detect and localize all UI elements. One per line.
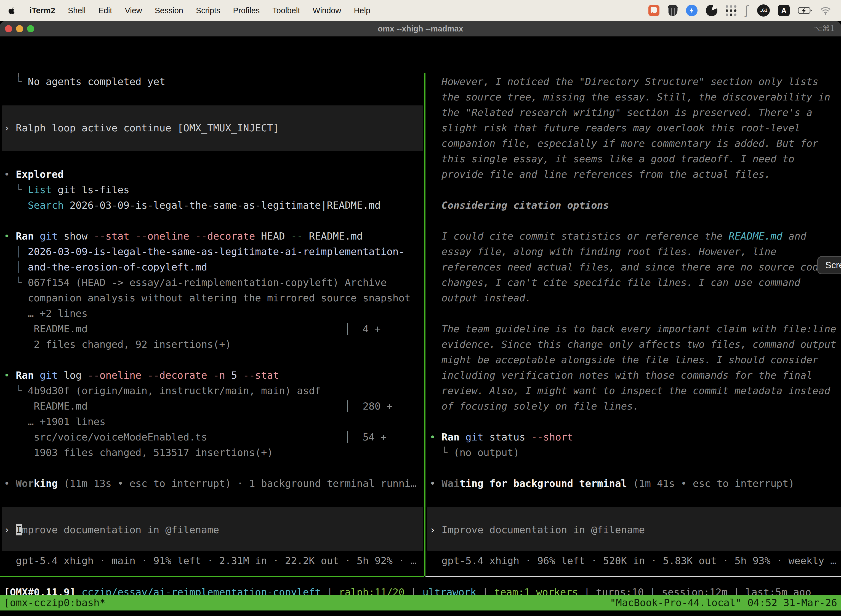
terminal-text-segment: review. Also, I might want to inspect th… <box>429 385 830 396</box>
terminal-text-segment: List <box>28 184 52 195</box>
terminal-line: slight risk that future readers may over… <box>429 120 800 136</box>
terminal-text-segment: • <box>4 230 16 242</box>
terminal-text-segment: › <box>4 122 16 133</box>
wifi-icon[interactable] <box>820 6 831 15</box>
terminal-text-segment: 2 files changed, 92 insertions(+) <box>4 339 231 350</box>
menu-item-window[interactable]: Window <box>313 6 341 15</box>
terminal-line: the "Related research writing" section i… <box>429 105 812 120</box>
menu-item-scripts[interactable]: Scripts <box>196 6 220 15</box>
terminal-line: └ 4b9d30f (origin/main, instructkr/main,… <box>4 383 321 399</box>
terminal-line: • Waiting for background terminal (1m 41… <box>429 476 794 491</box>
chat-icon[interactable] <box>648 5 659 16</box>
terminal-text-segment: 2026-03-09-is-legal-the-same-as-legitima… <box>64 199 381 211</box>
pane-divider[interactable] <box>424 73 425 576</box>
terminal-line: evidence. Since this change only affects… <box>429 337 836 352</box>
terminal-text-segment <box>34 370 40 381</box>
terminal-line: output instead. <box>429 290 531 306</box>
battery-icon[interactable] <box>798 7 812 14</box>
terminal-line: changes, I can't cite specific file line… <box>429 275 800 290</box>
menu-status-icons: ʃ ..61 A <box>648 4 831 16</box>
terminal-line: └ List git ls-files <box>4 182 129 198</box>
terminal-text-segment: Ran <box>16 370 34 381</box>
menu-item-profiles[interactable]: Profiles <box>233 6 260 15</box>
right-pane-border <box>425 576 841 577</box>
terminal-text-segment: references need actual files, and since … <box>429 261 824 273</box>
terminal-text-segment: └ <box>4 385 28 396</box>
terminal-text-segment: (no output) <box>454 447 519 458</box>
terminal-line: … +1901 lines <box>4 414 105 430</box>
terminal-text-segment: Ralph loop active continue [OMX_TMUX_INJ… <box>16 122 279 133</box>
terminal-text-segment: and-the-erosion-of-copyleft.md <box>28 261 207 273</box>
terminal-text-segment: Ran <box>16 230 34 242</box>
terminal-line: references need actual files, and since … <box>429 260 824 275</box>
terminal-text-segment: companion file, especially if more comme… <box>429 138 818 149</box>
terminal-text-segment: … +2 lines <box>4 308 88 319</box>
terminal-text-segment: this single essay, it seems like a good … <box>429 153 794 164</box>
terminal-text-segment: │ <box>4 261 28 273</box>
menu-item-help[interactable]: Help <box>354 6 370 15</box>
terminal-text-segment: and <box>782 230 806 242</box>
terminal-text-segment: README.md <box>729 230 782 242</box>
terminal-line: • Ran git status --short <box>429 430 573 445</box>
terminal-text-segment <box>4 199 28 211</box>
terminal-line: gpt-5.4 xhigh · main · 91% left · 2.31M … <box>4 553 417 569</box>
terminal-line: └ (no output) <box>429 445 519 461</box>
terminal-text-segment: 067f154 (HEAD -> essay/ai-reimplementati… <box>28 277 387 288</box>
pie-icon[interactable] <box>706 5 717 16</box>
right-pane: However, I noticed the "Directory Struct… <box>429 74 841 573</box>
terminal-line: │ 2026-03-09-is-legal-the-same-as-legiti… <box>4 244 404 260</box>
input-source-icon[interactable]: A <box>778 5 790 16</box>
terminal-text-segment: No agents completed yet <box>28 76 166 87</box>
terminal-text-segment: output instead. <box>429 292 531 304</box>
terminal-line: │ and-the-erosion-of-copyleft.md <box>4 260 207 275</box>
terminal-line: companion analysis without altering the … <box>4 290 410 306</box>
menu-item-session[interactable]: Session <box>155 6 183 15</box>
menu-item-edit[interactable]: Edit <box>98 6 112 15</box>
menu-item-toolbelt[interactable]: Toolbelt <box>273 6 300 15</box>
terminal-line: Search 2026-03-09-is-legal-the-same-as-l… <box>4 198 381 213</box>
terminal-line: The team guideline is to back every impo… <box>429 321 836 337</box>
left-prompt-input[interactable]: › Improve documentation in @filename <box>4 522 219 538</box>
terminal-text-segment: • <box>429 478 441 489</box>
apple-menu-icon[interactable] <box>8 6 16 15</box>
terminal-line: README.md │ 280 + <box>4 399 393 414</box>
sync-icon[interactable] <box>686 5 697 16</box>
terminal-text-segment: companion analysis without altering the … <box>4 292 410 304</box>
terminal-line: gpt-5.4 xhigh · 96% left · 520K in · 5.8… <box>429 553 836 569</box>
terminal-line: • Explored <box>4 167 64 182</box>
terminal-line: review. Also, I might want to inspect th… <box>429 383 830 399</box>
terminal-line: 2 files changed, 92 insertions(+) <box>4 337 231 352</box>
screen-tooltip[interactable]: Scre <box>817 256 841 274</box>
terminal-text-segment: the source tree, missing the essay. Stil… <box>429 91 830 103</box>
right-prompt-input[interactable]: › Improve documentation in @filename <box>429 522 645 538</box>
terminal-body: └ No agents completed yet› Ralph loop ac… <box>0 37 841 616</box>
terminal-line: might be acceptable alongside the file l… <box>429 352 818 368</box>
menu-item-view[interactable]: View <box>125 6 142 15</box>
hook-icon[interactable]: ʃ <box>745 5 749 16</box>
text-cursor: I <box>16 524 22 535</box>
menu-item-iterm2[interactable]: iTerm2 <box>29 6 55 15</box>
terminal-line: Considering citation options <box>429 198 609 213</box>
tmux-host-clock: "MacBook-Pro-44.local" 04:52 31-Mar-26 <box>610 595 837 610</box>
terminal-text-segment: └ <box>429 447 454 458</box>
window-title-bar: omx --xhigh --madmax ⌥⌘1 <box>0 21 841 37</box>
terminal-text-segment: gpt-5.4 xhigh · 96% left · 520K in · 5.8… <box>429 555 836 566</box>
grid-icon[interactable] <box>726 5 736 16</box>
badge-61-icon[interactable]: ..61 <box>757 4 770 16</box>
terminal-text-segment: slight risk that future readers may over… <box>429 122 800 133</box>
ralph-loop-prompt[interactable]: › Ralph loop active continue [OMX_TMUX_I… <box>4 120 279 136</box>
terminal-line: this single essay, it seems like a good … <box>429 151 794 167</box>
terminal-text-segment: Ran <box>441 431 459 443</box>
terminal-text-segment: README.md <box>303 230 363 242</box>
terminal-line: README.md │ 4 + <box>4 321 381 337</box>
terminal-text-segment: 5 <box>225 370 243 381</box>
terminal-line: • Ran git log --oneline --decorate -n 5 … <box>4 368 279 383</box>
terminal-text-segment: • <box>4 370 16 381</box>
terminal-line: 1903 files changed, 513517 insertions(+) <box>4 445 273 461</box>
terminal-text-segment: … +1901 lines <box>4 416 105 427</box>
terminal-text-segment: git <box>40 230 58 242</box>
shield-icon[interactable] <box>668 5 678 16</box>
terminal-text-segment <box>34 230 40 242</box>
terminal-text-segment: Considering citation options <box>429 199 609 211</box>
menu-item-shell[interactable]: Shell <box>68 6 86 15</box>
